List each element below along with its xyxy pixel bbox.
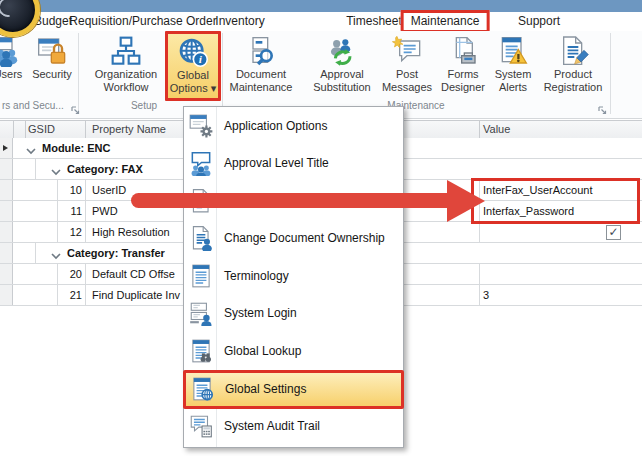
grid-vline: [85, 264, 86, 285]
global-options-dropdown-menu: Application OptionsApproval Level Title#…: [183, 106, 404, 448]
grid-vline: [85, 201, 86, 222]
property-name-cell: Default CD Offse: [92, 264, 175, 284]
gsid-cell: 11: [57, 201, 82, 221]
annotation-red-arrow-shaft: [131, 193, 449, 208]
ribbon-button-label: OrganizationWorkflow: [95, 68, 157, 93]
column-header-property-name[interactable]: Property Name: [92, 121, 166, 138]
grid-vline: [85, 180, 86, 201]
product-registration-button[interactable]: ProductRegistration: [534, 33, 612, 97]
ribbon-button-label: GlobalOptions ▾: [170, 69, 217, 94]
ribbon-button-label: Security: [32, 68, 72, 81]
property-name-cell: High Resolution: [92, 222, 170, 242]
row-indicator-cell: [0, 243, 13, 263]
menu-item-application-options[interactable]: Application Options: [185, 108, 401, 145]
column-header-value[interactable]: Value: [483, 121, 510, 138]
group-dialog-launcher-icon[interactable]: [598, 101, 607, 110]
menu-item-label: Terminology: [224, 258, 289, 295]
global-options-button[interactable]: iGlobalOptions ▾: [165, 31, 221, 101]
tab-timesheet[interactable]: Timesheet: [346, 12, 402, 31]
organization-workflow-button[interactable]: OrganizationWorkflow: [87, 33, 165, 97]
app-window: BudgetRequisition/Purchase OrderInventor…: [0, 0, 642, 456]
row-indicator-cell: [0, 264, 13, 284]
menu-item-system-audit-trail[interactable]: System Audit Trail: [185, 408, 401, 445]
menu-item-approval-level-title[interactable]: Approval Level Title: [185, 145, 401, 182]
grid-vline: [85, 285, 86, 306]
collapse-chevron-icon[interactable]: [51, 166, 61, 178]
post-messages-icon: [391, 33, 423, 68]
ribbon-button-label: DocumentMaintenance: [230, 68, 293, 93]
row-indicator-cell: [0, 180, 13, 200]
gsid-cell: 21: [57, 285, 82, 305]
property-name-cell: UserID: [92, 180, 126, 200]
grid-header-separator: [85, 121, 86, 138]
grid-header-separator: [25, 121, 26, 138]
tab-support[interactable]: Support: [518, 12, 560, 31]
global-settings-icon: [189, 376, 215, 406]
group-dialog-launcher-icon[interactable]: [71, 101, 80, 110]
grid-vline: [35, 243, 36, 264]
annotation-red-arrow-head: [447, 180, 485, 222]
row-indicator-cell: [0, 201, 13, 221]
tab-maintenance[interactable]: Maintenance: [401, 10, 490, 33]
menu-item-label: System Audit Trail: [224, 408, 320, 445]
value-cell[interactable]: 3: [483, 285, 489, 305]
application-options-icon: [188, 113, 214, 143]
menu-item-change-document-ownership[interactable]: Change Document Ownership: [185, 220, 401, 257]
collapse-chevron-icon[interactable]: [51, 250, 61, 262]
product-registration-icon: [557, 33, 589, 68]
column-header-gsid[interactable]: GSID: [28, 121, 55, 138]
approval-level-title-icon: [188, 150, 214, 180]
grid-vline: [479, 285, 480, 306]
system-audit-trail-icon: [188, 413, 214, 443]
system-login-icon: [188, 300, 214, 330]
menu-item-label: Approval Level Title: [224, 145, 329, 182]
document-maintenance-button[interactable]: DocumentMaintenance: [222, 33, 300, 97]
property-name-cell: Find Duplicate Inv: [92, 285, 180, 305]
module-group-label: Module: ENC: [42, 138, 110, 158]
category-group-label: Category: FAX: [67, 159, 143, 179]
menu-item-label: Change Document Ownership: [224, 220, 385, 257]
collapse-chevron-icon[interactable]: [26, 145, 36, 157]
change-document-ownership-icon: [188, 225, 214, 255]
menu-item-label: Global Lookup: [224, 333, 301, 370]
menu-item-global-settings[interactable]: Global Settings: [183, 370, 404, 409]
security-button[interactable]: Security: [13, 33, 91, 97]
gsid-cell: 20: [57, 264, 82, 284]
top-title-bar: [0, 0, 642, 12]
menu-item-label: System Login: [224, 295, 297, 332]
annotation-red-arrow: [131, 180, 485, 222]
grid-header-separator: [13, 121, 14, 138]
menu-item-system-login[interactable]: System Login: [185, 295, 401, 332]
grid-vline: [479, 222, 480, 243]
checkbox-checked[interactable]: ✓: [606, 225, 621, 240]
category-group-label: Category: Transfer: [67, 243, 165, 263]
approval-substitution-icon: [326, 33, 358, 68]
ribbon-button-label: SystemAlerts: [495, 68, 532, 93]
organization-workflow-icon: [110, 33, 142, 68]
global-lookup-icon: [188, 338, 214, 368]
grid-header-separator: [479, 121, 480, 138]
ribbon-button-label: ApprovalSubstitution: [313, 68, 370, 93]
tab-inventory[interactable]: Inventory: [215, 12, 264, 31]
security-icon: [36, 33, 68, 68]
gsid-cell: 10: [57, 180, 82, 200]
tab-budget[interactable]: Budget: [34, 12, 72, 31]
annotation-red-box-values: [471, 178, 640, 224]
menu-item-label: Global Settings: [225, 373, 306, 410]
menu-item-label: Application Options: [224, 108, 327, 145]
terminology-icon: [188, 263, 214, 293]
current-row-indicator-icon: [3, 145, 8, 151]
ribbon-tab-bar: BudgetRequisition/Purchase OrderInventor…: [0, 12, 642, 31]
tab-requisition-purchase-order[interactable]: Requisition/Purchase Order: [69, 12, 216, 31]
row-indicator-cell: [0, 159, 13, 179]
grid-vline: [479, 264, 480, 285]
grid-vline: [35, 159, 36, 180]
menu-item-global-lookup[interactable]: Global Lookup: [185, 333, 401, 370]
document-maintenance-icon: [245, 33, 277, 68]
property-name-cell: PWD: [92, 201, 118, 221]
grid-vline: [85, 222, 86, 243]
global-options-icon: i: [177, 34, 209, 69]
ribbon-group-label-rs-and-secu-: rs and Secu...: [2, 98, 64, 113]
menu-item-terminology[interactable]: Terminology: [185, 258, 401, 295]
row-indicator-cell: [0, 138, 13, 158]
